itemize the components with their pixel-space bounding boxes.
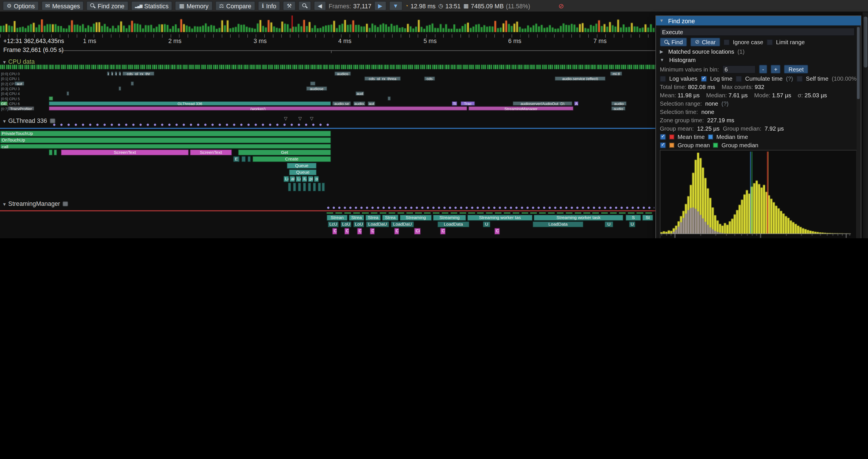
cpu-zone[interactable]: TracyProfiler bbox=[8, 106, 34, 110]
timeline-zone[interactable]: call bbox=[0, 144, 331, 149]
cpu-zone[interactable] bbox=[49, 96, 53, 100]
group-mean-checkbox[interactable] bbox=[660, 142, 666, 148]
cpu-activity-strip[interactable] bbox=[0, 65, 655, 69]
cpu-core-row[interactable]: [0:1] CPU 1cds_ol_rx_threacdsaudio.servi… bbox=[0, 76, 655, 81]
timeline-zone[interactable]: OnTouchUp bbox=[0, 137, 331, 143]
goto-button[interactable] bbox=[299, 1, 311, 11]
timeline-zone[interactable]: St bbox=[642, 215, 653, 221]
cpu-zone[interactable]: c bbox=[111, 71, 114, 76]
timeline-zone[interactable]: LcU bbox=[328, 221, 339, 227]
cpu-zone[interactable]: GE bbox=[0, 101, 8, 106]
self-time-checkbox[interactable] bbox=[797, 75, 803, 81]
timeline-view[interactable]: +12:31 362,643,435ns 1 ms2 ms3 ms4 ms5 m… bbox=[0, 12, 655, 238]
cpu-core-row[interactable]: [0:2] CPU 2aut bbox=[0, 81, 655, 86]
timeline-zone[interactable]: iU bbox=[302, 176, 307, 182]
timeline-zone[interactable]: U bbox=[483, 221, 491, 227]
cpu-zone[interactable]: aut bbox=[368, 101, 375, 106]
cpu-zone[interactable] bbox=[310, 81, 315, 86]
glthread-zone-row[interactable]: call bbox=[0, 144, 655, 149]
glthread-zone-row[interactable]: ScreenTextScreenTextGet bbox=[0, 149, 655, 155]
cpu-zone[interactable]: c bbox=[115, 71, 118, 76]
find-limit-range-checkbox[interactable] bbox=[767, 39, 773, 45]
timeline-zone[interactable]: U bbox=[629, 221, 636, 227]
glthread-zone-row[interactable]: LoaULoiUpLoU bbox=[0, 176, 655, 182]
timeline-zone[interactable]: C bbox=[332, 228, 337, 234]
timeline-zone[interactable] bbox=[303, 183, 306, 192]
timeline-zone[interactable]: Get bbox=[238, 149, 331, 155]
timeline-zone[interactable]: ScreenText bbox=[61, 149, 189, 155]
timeline-zone[interactable]: Strea bbox=[349, 215, 364, 221]
timeline-zone[interactable]: Lo bbox=[296, 176, 301, 182]
timeline-zone[interactable]: Create bbox=[252, 156, 331, 162]
timeline-zone[interactable]: LoadDaU bbox=[366, 221, 389, 227]
tools-button[interactable]: ⚒ bbox=[283, 1, 296, 11]
timeline-zone[interactable]: pL bbox=[308, 176, 313, 182]
cumulate-time-checkbox[interactable] bbox=[736, 75, 742, 81]
collapsed-zone-marker-icon[interactable]: ▽ bbox=[310, 116, 313, 121]
scrollbar-handle[interactable] bbox=[857, 27, 860, 99]
cpu-zone[interactable]: audioserver(AudioOut_D) bbox=[513, 101, 572, 106]
find-zone-scrollbar[interactable] bbox=[857, 26, 860, 238]
cpu-zone[interactable]: c bbox=[107, 71, 110, 76]
cpu-zone[interactable]: audiose bbox=[306, 87, 327, 91]
min-bin-plus-button[interactable]: + bbox=[771, 65, 781, 73]
timeline-zone[interactable]: Strea bbox=[365, 215, 381, 221]
timeline-zone[interactable]: C bbox=[357, 228, 362, 234]
zone-time-histogram[interactable]: 1 µs 10 µs bbox=[660, 150, 857, 238]
histogram-canvas[interactable] bbox=[660, 151, 851, 238]
streaming-zone-row[interactable]: CCCCCCiCC bbox=[0, 228, 655, 234]
timeline-zone[interactable]: C bbox=[440, 228, 445, 234]
timeline-zone[interactable]: Ci bbox=[414, 228, 421, 234]
prev-frame-button[interactable]: ◀ bbox=[314, 1, 326, 11]
glthread-zone-row[interactable]: Queue bbox=[0, 169, 655, 175]
info-button[interactable]: ℹInfo bbox=[258, 1, 280, 11]
messages-button[interactable]: ✉Messages bbox=[41, 1, 84, 11]
find-zone-titlebar[interactable]: ▼Find zone bbox=[656, 16, 861, 26]
cpu-zone[interactable]: mi.tl bbox=[610, 71, 622, 76]
cpu-zone[interactable]: GLThread 336 bbox=[49, 101, 331, 106]
cpu-zone[interactable] bbox=[388, 96, 391, 100]
notifications-muted-icon[interactable]: ⊘ bbox=[558, 2, 564, 10]
cpu-zone[interactable]: cds_ol_rx_thr bbox=[122, 71, 155, 76]
scrollbar-handle[interactable] bbox=[864, 17, 867, 67]
timeline-zone[interactable]: C bbox=[344, 228, 349, 234]
timeline-zone[interactable]: C bbox=[394, 228, 399, 234]
cpu-zone[interactable]: audios bbox=[334, 71, 351, 76]
streaming-message-dots[interactable] bbox=[327, 206, 654, 209]
next-frame-button[interactable]: ▶ bbox=[374, 1, 386, 11]
timeline-zone[interactable] bbox=[293, 183, 297, 192]
main-scrollbar[interactable] bbox=[862, 12, 868, 238]
timeline-zone[interactable]: Streaming bbox=[400, 215, 432, 221]
log-time-checkbox[interactable] bbox=[701, 75, 707, 81]
timeline-zone[interactable] bbox=[241, 156, 246, 162]
timeline-zone[interactable]: Streaming worker tas bbox=[467, 215, 532, 221]
timeline-zone[interactable]: C bbox=[494, 228, 500, 234]
cpu-core-row[interactable]: [0:6] CPU 6GEGLThread 336audio.seaudio.a… bbox=[0, 101, 655, 106]
timeline-zone[interactable]: U bbox=[604, 221, 614, 227]
glthread-message-dots[interactable] bbox=[53, 123, 332, 127]
statistics-button[interactable]: ▂▄▆Statistics bbox=[131, 1, 172, 11]
timeline-zone[interactable]: Strean bbox=[327, 215, 347, 221]
min-bin-minus-button[interactable]: - bbox=[759, 65, 768, 73]
timeline-zone[interactable] bbox=[298, 183, 301, 192]
cpu-zone[interactable]: StreamingManager bbox=[468, 106, 573, 110]
cpu-zone[interactable]: audio.service (effect) bbox=[555, 76, 606, 81]
timeline-zone[interactable] bbox=[54, 149, 57, 155]
timeline-zone[interactable]: aU bbox=[289, 176, 295, 182]
timeline-zone[interactable] bbox=[288, 183, 291, 192]
thread-badge-icon[interactable] bbox=[63, 201, 68, 206]
timeline-zone[interactable]: Queue bbox=[289, 169, 316, 175]
collapsed-zone-marker-icon[interactable]: ▽ bbox=[299, 116, 302, 121]
ignore-case-checkbox[interactable] bbox=[723, 39, 730, 45]
timeline-zone[interactable] bbox=[248, 156, 251, 162]
timeline-zone[interactable] bbox=[308, 183, 311, 192]
timeline-zone[interactable]: Queue bbox=[287, 163, 316, 169]
timeline-zone[interactable]: S bbox=[626, 215, 641, 221]
timeline-zone[interactable]: E bbox=[233, 156, 240, 162]
streamingmanager-header[interactable]: ▼StreamingManager bbox=[2, 200, 68, 207]
cpu-data-header[interactable]: ▼CPU data bbox=[2, 58, 35, 65]
streaming-zone-row[interactable]: StreanStreaStreaStreaStreamingStreamingS… bbox=[0, 215, 655, 221]
cpu-zone[interactable]: aut bbox=[14, 81, 24, 86]
timeline-zone[interactable]: LoadData bbox=[437, 221, 470, 227]
timeline-zone[interactable]: PrivateTouchUp bbox=[0, 131, 331, 137]
